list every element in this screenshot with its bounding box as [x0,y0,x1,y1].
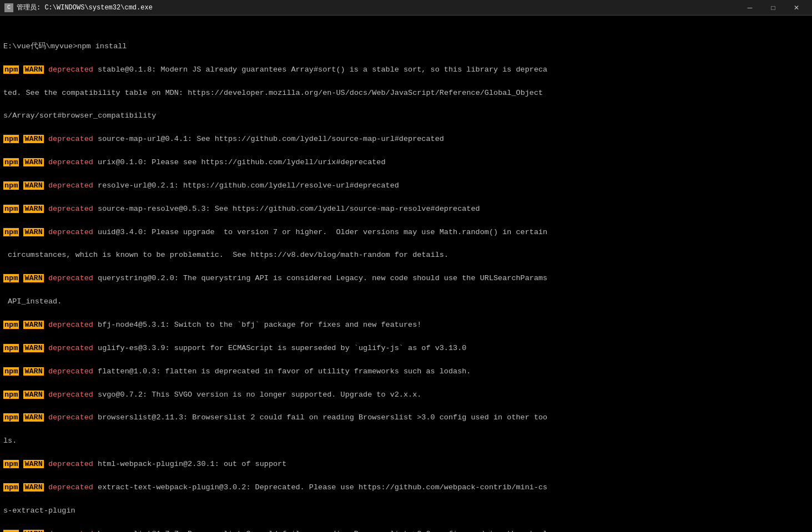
warn-line-7: npm WARN deprecated querystring@0.2.0: T… [3,273,809,285]
warn-line-1b: ted. See the compatibility table on MDN:… [3,88,809,99]
warn-text: WARN [23,205,43,213]
warn-text: WARN [23,391,43,399]
warn-line-4: npm WARN deprecated resolve-url@0.2.1: h… [3,180,809,192]
warn-text: WARN [23,367,43,376]
warn-badge: npm [3,274,19,282]
terminal: E:\vue代码\myvue>npm install npm WARN depr… [0,16,812,532]
deprecated-label: deprecated [48,135,93,143]
warn-text: WARN [23,181,43,190]
deprecated-label: deprecated [48,158,93,166]
warn-badge: npm [3,158,19,166]
warn-line-2: npm WARN deprecated source-map-url@0.4.1… [3,134,809,145]
warn-line-6: npm WARN deprecated uuid@3.4.0: Please u… [3,227,809,239]
warn-badge: npm [3,413,19,422]
deprecated-label: deprecated [48,321,93,329]
deprecated-label: deprecated [48,344,93,352]
deprecated-label: deprecated [48,413,93,422]
window-title: 管理员: C:\WINDOWS\system32\cmd.exe [17,3,153,12]
maximize-button[interactable]: □ [762,2,784,13]
deprecated-label: deprecated [48,530,93,532]
warn-badge: npm [3,391,19,399]
deprecated-label: deprecated [48,205,93,213]
warn-line-3: npm WARN deprecated urix@0.1.0: Please s… [3,157,809,169]
warn-line-12: npm WARN deprecated browserslist@2.11.3:… [3,412,809,424]
warn-line-15: npm WARN deprecated browserslist@1.7.7: … [3,529,809,532]
deprecated-label: deprecated [48,228,93,236]
warn-line-1: npm WARN deprecated stable@0.1.8: Modern… [3,64,809,76]
warn-badge: npm [3,367,19,376]
warn-text: WARN [23,135,43,143]
title-bar-left: C 管理员: C:\WINDOWS\system32\cmd.exe [4,3,153,12]
warn-badge: npm [3,228,19,236]
warn-badge: npm [3,483,19,492]
warn-text: WARN [23,274,43,282]
close-button[interactable]: ✕ [785,2,808,13]
title-bar-controls: ─ □ ✕ [739,2,808,13]
warn-line-11: npm WARN deprecated svgo@0.7.2: This SVG… [3,389,809,401]
warn-text: WARN [23,483,43,492]
deprecated-label: deprecated [48,181,93,190]
cmd-icon: C [4,3,13,12]
deprecated-label: deprecated [48,274,93,282]
warn-text: WARN [23,158,43,166]
warn-line-9: npm WARN deprecated uglify-es@3.3.9: sup… [3,343,809,354]
warn-line-10: npm WARN deprecated flatten@1.0.3: flatt… [3,366,809,378]
warn-line-12b: ls. [3,435,809,447]
warn-line-1c: s/Array/sort#browser_compatibility [3,110,809,122]
warn-line-14: npm WARN deprecated extract-text-webpack… [3,482,809,494]
warn-line-5: npm WARN deprecated source-map-resolve@0… [3,204,809,215]
warn-badge: npm [3,530,19,532]
warn-badge: npm [3,181,19,190]
warn-text: WARN [23,460,43,468]
warn-text: WARN [23,228,43,236]
warn-line-7b: API_instead. [3,296,809,308]
deprecated-label: deprecated [48,483,93,492]
warn-line-14b: s-extract-plugin [3,505,809,517]
warn-text: WARN [23,530,43,532]
warn-badge: npm [3,135,19,143]
warn-line-13: npm WARN deprecated html-webpack-plugin@… [3,459,809,470]
title-bar: C 管理员: C:\WINDOWS\system32\cmd.exe ─ □ ✕ [0,0,812,16]
minimize-button[interactable]: ─ [739,2,761,13]
prompt-line-1: E:\vue代码\myvue>npm install [3,41,809,53]
warn-badge: npm [3,460,19,468]
warn-badge: npm [3,65,19,74]
warn-badge: npm [3,321,19,329]
deprecated-label: deprecated [48,460,93,468]
warn-text: WARN [23,344,43,352]
deprecated-label: deprecated [48,391,93,399]
deprecated-label: deprecated [48,367,93,376]
warn-line-6b: circumstances, which is known to be prob… [3,250,809,261]
warn-line-8: npm WARN deprecated bfj-node4@5.3.1: Swi… [3,320,809,331]
deprecated-label: deprecated [48,65,93,74]
warn-badge: npm [3,205,19,213]
warn-text: WARN [23,413,43,422]
warn-text: WARN [23,321,43,329]
warn-text: WARN [23,65,43,74]
warn-badge: npm [3,344,19,352]
